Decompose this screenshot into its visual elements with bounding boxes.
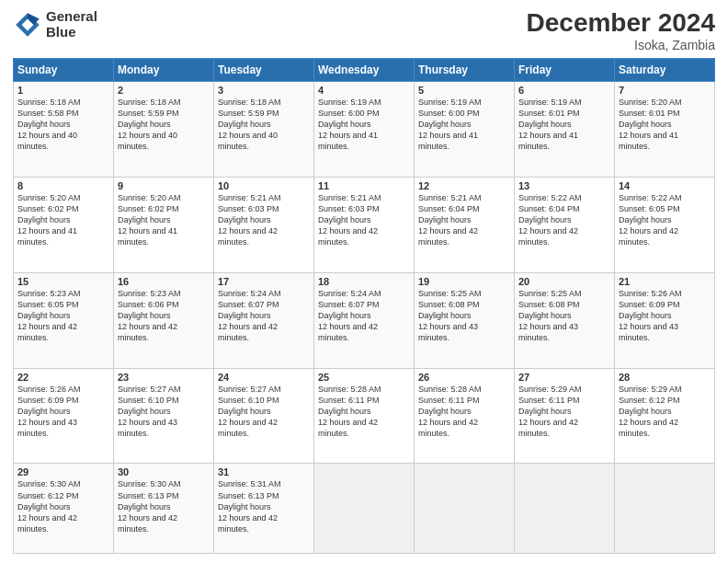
table-row: 20Sunrise: 5:25 AMSunset: 6:08 PMDayligh… (515, 272, 615, 368)
day-number: 5 (418, 85, 510, 96)
day-number: 8 (17, 180, 109, 191)
logo-line1: General (46, 9, 97, 25)
table-row: 11Sunrise: 5:21 AMSunset: 6:03 PMDayligh… (314, 177, 415, 272)
day-number: 16 (118, 276, 210, 287)
table-row: 3Sunrise: 5:18 AMSunset: 5:59 PMDaylight… (214, 81, 314, 177)
day-info: Sunrise: 5:19 AMSunset: 6:00 PMDaylight … (418, 97, 510, 153)
day-info: Sunrise: 5:20 AMSunset: 6:02 PMDaylight … (17, 192, 109, 248)
day-info: Sunrise: 5:27 AMSunset: 6:10 PMDaylight … (118, 384, 210, 440)
day-info: Sunrise: 5:25 AMSunset: 6:08 PMDaylight … (418, 288, 510, 344)
day-info: Sunrise: 5:25 AMSunset: 6:08 PMDaylight … (518, 288, 610, 344)
col-friday: Friday (515, 58, 615, 81)
table-row: 31Sunrise: 5:31 AMSunset: 6:13 PMDayligh… (214, 464, 314, 554)
page: General Blue December 2024 Isoka, Zambia… (0, 0, 728, 563)
day-number: 4 (318, 85, 410, 96)
day-info: Sunrise: 5:18 AMSunset: 5:59 PMDaylight … (218, 97, 310, 153)
day-info: Sunrise: 5:30 AMSunset: 6:13 PMDaylight … (118, 478, 210, 534)
day-info: Sunrise: 5:20 AMSunset: 6:02 PMDaylight … (118, 192, 210, 248)
col-sunday: Sunday (14, 58, 114, 81)
day-info: Sunrise: 5:21 AMSunset: 6:03 PMDaylight … (218, 192, 310, 248)
table-row: 18Sunrise: 5:24 AMSunset: 6:07 PMDayligh… (314, 272, 415, 368)
day-number: 14 (619, 180, 711, 191)
day-number: 20 (518, 276, 610, 287)
day-info: Sunrise: 5:20 AMSunset: 6:01 PMDaylight … (619, 97, 711, 153)
col-monday: Monday (114, 58, 214, 81)
day-info: Sunrise: 5:19 AMSunset: 6:00 PMDaylight … (318, 97, 410, 153)
day-number: 26 (418, 372, 510, 383)
table-row: 16Sunrise: 5:23 AMSunset: 6:06 PMDayligh… (114, 272, 214, 368)
day-number: 13 (518, 180, 610, 191)
table-row: 21Sunrise: 5:26 AMSunset: 6:09 PMDayligh… (615, 272, 715, 368)
calendar-title: December 2024 (527, 9, 715, 38)
table-row: 5Sunrise: 5:19 AMSunset: 6:00 PMDaylight… (415, 81, 515, 177)
day-number: 28 (619, 372, 711, 383)
logo-line2: Blue (46, 25, 97, 40)
day-number: 11 (318, 180, 410, 191)
day-info: Sunrise: 5:28 AMSunset: 6:11 PMDaylight … (418, 384, 510, 440)
day-number: 10 (218, 180, 310, 191)
col-tuesday: Tuesday (214, 58, 314, 81)
table-row: 1Sunrise: 5:18 AMSunset: 5:58 PMDaylight… (14, 81, 114, 177)
table-row (314, 464, 415, 554)
day-info: Sunrise: 5:28 AMSunset: 6:11 PMDaylight … (318, 384, 410, 440)
title-area: December 2024 Isoka, Zambia (527, 9, 715, 52)
table-row: 8Sunrise: 5:20 AMSunset: 6:02 PMDaylight… (14, 177, 114, 272)
day-info: Sunrise: 5:23 AMSunset: 6:06 PMDaylight … (118, 288, 210, 344)
day-number: 3 (218, 85, 310, 96)
logo-icon (13, 10, 42, 40)
day-info: Sunrise: 5:18 AMSunset: 5:59 PMDaylight … (118, 97, 210, 153)
table-row: 30Sunrise: 5:30 AMSunset: 6:13 PMDayligh… (114, 464, 214, 554)
day-number: 24 (218, 372, 310, 383)
table-row: 9Sunrise: 5:20 AMSunset: 6:02 PMDaylight… (114, 177, 214, 272)
table-row: 26Sunrise: 5:28 AMSunset: 6:11 PMDayligh… (415, 368, 515, 464)
day-info: Sunrise: 5:31 AMSunset: 6:13 PMDaylight … (218, 478, 310, 534)
table-row: 17Sunrise: 5:24 AMSunset: 6:07 PMDayligh… (214, 272, 314, 368)
day-number: 31 (218, 466, 310, 477)
day-info: Sunrise: 5:29 AMSunset: 6:11 PMDaylight … (518, 384, 610, 440)
table-row: 2Sunrise: 5:18 AMSunset: 5:59 PMDaylight… (114, 81, 214, 177)
table-row (415, 464, 515, 554)
table-row: 24Sunrise: 5:27 AMSunset: 6:10 PMDayligh… (214, 368, 314, 464)
table-row: 22Sunrise: 5:26 AMSunset: 6:09 PMDayligh… (14, 368, 114, 464)
header: General Blue December 2024 Isoka, Zambia (13, 9, 715, 52)
day-number: 27 (518, 372, 610, 383)
table-row: 29Sunrise: 5:30 AMSunset: 6:12 PMDayligh… (14, 464, 114, 554)
day-number: 29 (17, 466, 109, 477)
day-number: 18 (318, 276, 410, 287)
table-row: 13Sunrise: 5:22 AMSunset: 6:04 PMDayligh… (515, 177, 615, 272)
day-info: Sunrise: 5:19 AMSunset: 6:01 PMDaylight … (518, 97, 610, 153)
table-row: 25Sunrise: 5:28 AMSunset: 6:11 PMDayligh… (314, 368, 415, 464)
day-info: Sunrise: 5:22 AMSunset: 6:05 PMDaylight … (619, 192, 711, 248)
table-row: 10Sunrise: 5:21 AMSunset: 6:03 PMDayligh… (214, 177, 314, 272)
day-number: 23 (118, 372, 210, 383)
table-row: 4Sunrise: 5:19 AMSunset: 6:00 PMDaylight… (314, 81, 415, 177)
day-number: 12 (418, 180, 510, 191)
day-number: 22 (17, 372, 109, 383)
table-row: 14Sunrise: 5:22 AMSunset: 6:05 PMDayligh… (615, 177, 715, 272)
day-number: 7 (619, 85, 711, 96)
day-number: 6 (518, 85, 610, 96)
table-row (615, 464, 715, 554)
table-row: 12Sunrise: 5:21 AMSunset: 6:04 PMDayligh… (415, 177, 515, 272)
day-number: 2 (118, 85, 210, 96)
col-saturday: Saturday (615, 58, 715, 81)
day-info: Sunrise: 5:26 AMSunset: 6:09 PMDaylight … (619, 288, 711, 344)
logo: General Blue (13, 9, 97, 40)
table-row: 23Sunrise: 5:27 AMSunset: 6:10 PMDayligh… (114, 368, 214, 464)
day-info: Sunrise: 5:21 AMSunset: 6:04 PMDaylight … (418, 192, 510, 248)
day-number: 21 (619, 276, 711, 287)
calendar-table: Sunday Monday Tuesday Wednesday Thursday… (13, 58, 715, 554)
col-wednesday: Wednesday (314, 58, 415, 81)
header-row: Sunday Monday Tuesday Wednesday Thursday… (14, 58, 715, 81)
day-number: 1 (17, 85, 109, 96)
day-number: 19 (418, 276, 510, 287)
table-row: 7Sunrise: 5:20 AMSunset: 6:01 PMDaylight… (615, 81, 715, 177)
day-number: 15 (17, 276, 109, 287)
day-info: Sunrise: 5:30 AMSunset: 6:12 PMDaylight … (17, 478, 109, 534)
calendar-subtitle: Isoka, Zambia (527, 38, 715, 52)
day-info: Sunrise: 5:29 AMSunset: 6:12 PMDaylight … (619, 384, 711, 440)
day-info: Sunrise: 5:26 AMSunset: 6:09 PMDaylight … (17, 384, 109, 440)
day-number: 25 (318, 372, 410, 383)
day-number: 17 (218, 276, 310, 287)
day-number: 9 (118, 180, 210, 191)
